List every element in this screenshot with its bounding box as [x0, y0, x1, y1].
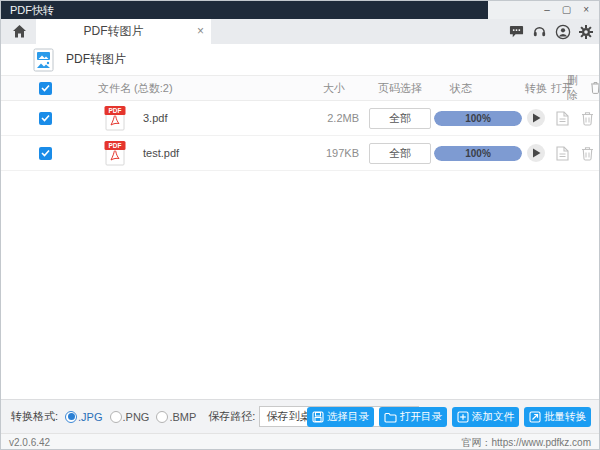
table-header: 文件名 (总数:2) 大小 页码选择 状态 转换 打开 删除	[1, 75, 600, 101]
open-file-icon[interactable]	[549, 101, 575, 135]
pdf-badge-label: PDF	[109, 107, 122, 114]
minimize-button[interactable]: –	[544, 1, 550, 19]
home-icon[interactable]	[11, 23, 28, 40]
radio-jpg-label: .JPG	[78, 411, 102, 423]
batch-convert-button[interactable]: 批量转换	[524, 407, 591, 427]
file-size: 197KB	[309, 136, 359, 170]
add-files-label: 添加文件	[472, 410, 514, 424]
section-header: PDF转图片	[1, 44, 600, 75]
user-account-icon[interactable]	[554, 23, 571, 40]
bottom-toolbar: 转换格式: .JPG .PNG .BMP 保存路径: 选择目录 打开目录 添加文…	[1, 399, 600, 433]
tab-close-icon[interactable]: ×	[197, 19, 204, 44]
row-checkbox[interactable]	[39, 101, 53, 135]
plus-icon	[457, 411, 469, 423]
pdf-file-icon: PDF	[104, 136, 129, 170]
open-directory-label: 打开目录	[400, 410, 442, 424]
folder-icon	[384, 412, 397, 423]
progress-bar: 100%	[434, 101, 522, 135]
header-pages: 页码选择	[369, 76, 431, 100]
radio-bmp[interactable]: .BMP	[156, 411, 196, 423]
convert-play-button[interactable]	[527, 109, 545, 127]
header-filename: 文件名 (总数:2)	[98, 76, 173, 100]
delete-file-icon[interactable]	[575, 136, 599, 170]
batch-convert-label: 批量转换	[544, 410, 586, 424]
choose-directory-label: 选择目录	[327, 410, 369, 424]
save-disk-icon	[312, 411, 324, 423]
select-all-checkbox[interactable]	[39, 76, 53, 100]
format-label: 转换格式:	[11, 409, 58, 424]
file-size: 2.2MB	[309, 101, 359, 135]
progress-bar: 100%	[434, 136, 522, 170]
progress-value: 100%	[434, 111, 522, 126]
convert-play-button[interactable]	[527, 144, 545, 162]
pdf-to-image-icon	[33, 48, 54, 76]
radio-circle-icon	[156, 411, 168, 423]
progress-value: 100%	[434, 146, 522, 161]
title-bar: PDF快转 – ▢ ×	[1, 1, 600, 19]
file-name: 3.pdf	[143, 101, 283, 135]
status-bar: v2.0.6.42 官网：https://www.pdfkz.com	[1, 433, 600, 450]
radio-bmp-label: .BMP	[169, 411, 196, 423]
pdf-file-icon: PDF	[104, 101, 129, 135]
file-row: PDF test.pdf 197KB 全部 100%	[1, 136, 600, 171]
header-convert: 转换	[523, 76, 549, 100]
convert-icon	[529, 411, 541, 423]
radio-circle-icon	[110, 411, 122, 423]
feedback-chat-icon[interactable]	[508, 23, 525, 40]
header-delete-label: 删除	[567, 73, 587, 103]
header-size: 大小	[309, 76, 359, 100]
maximize-button[interactable]: ▢	[562, 1, 571, 19]
save-path-label: 保存路径:	[208, 409, 255, 424]
close-button[interactable]: ×	[583, 1, 589, 19]
radio-jpg[interactable]: .JPG	[65, 411, 102, 423]
delete-file-icon[interactable]	[575, 101, 599, 135]
open-directory-button[interactable]: 打开目录	[379, 407, 447, 427]
add-files-button[interactable]: 添加文件	[452, 407, 519, 427]
version-text: v2.0.6.42	[9, 434, 50, 450]
row-checkbox[interactable]	[39, 136, 53, 170]
settings-gear-icon[interactable]	[577, 23, 594, 40]
pdf-badge-label: PDF	[109, 142, 122, 149]
website-link[interactable]: 官网：https://www.pdfkz.com	[462, 434, 591, 450]
page-select-button[interactable]: 全部	[369, 143, 431, 164]
radio-circle-icon	[65, 411, 77, 423]
file-name: test.pdf	[143, 136, 283, 170]
choose-directory-button[interactable]: 选择目录	[307, 407, 374, 427]
app-title: PDF快转	[10, 1, 54, 19]
open-file-icon[interactable]	[549, 136, 575, 170]
section-title: PDF转图片	[66, 44, 126, 75]
tab-label: PDF转图片	[36, 19, 191, 44]
page-select-button[interactable]: 全部	[369, 108, 431, 129]
support-headset-icon[interactable]	[531, 23, 548, 40]
tab-bar: PDF转图片 ×	[1, 19, 600, 44]
header-delete: 删除	[567, 76, 600, 100]
file-row: PDF 3.pdf 2.2MB 全部 100%	[1, 101, 600, 136]
radio-png[interactable]: .PNG	[110, 411, 150, 423]
header-status: 状态	[441, 76, 481, 100]
radio-png-label: .PNG	[123, 411, 150, 423]
window-controls: – ▢ ×	[488, 1, 600, 19]
delete-all-trash-icon[interactable]	[590, 81, 600, 96]
tab-pdf-to-image[interactable]: PDF转图片 ×	[36, 19, 211, 44]
